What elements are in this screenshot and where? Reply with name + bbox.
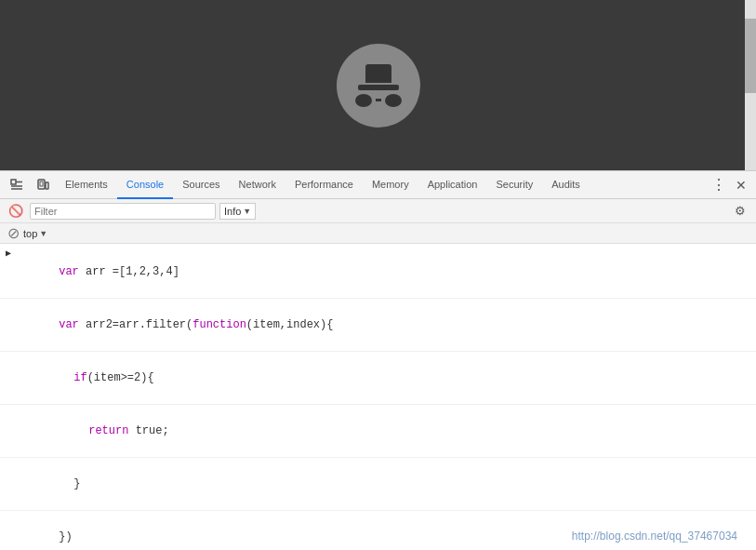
console-level-select[interactable]: Info ▼ (219, 203, 256, 220)
hat-top (365, 64, 391, 83)
console-context-bar: ⊘ top ▼ (0, 223, 756, 244)
console-output: var arr =[1,2,3,4] var arr2=arr.filter(f… (0, 244, 756, 550)
devtools-panel: Elements Console Sources Network Perform… (0, 170, 756, 550)
no-entry-icon: ⊘ (7, 224, 20, 242)
glass-lens-left (355, 94, 372, 107)
devtools-toolbar: Elements Console Sources Network Perform… (0, 171, 756, 199)
svg-rect-0 (11, 180, 16, 184)
devtools-close-button[interactable]: ✕ (730, 172, 752, 198)
tab-security[interactable]: Security (486, 171, 542, 199)
console-filter-input[interactable] (30, 203, 216, 220)
scrollbar[interactable] (745, 0, 756, 170)
incognito-icon (337, 44, 420, 127)
console-input-code-line3: if(item>=2){ (0, 352, 756, 405)
level-dropdown-arrow: ▼ (243, 207, 251, 216)
console-clear-button[interactable]: 🚫 (6, 201, 26, 221)
console-input-code-line2: var arr2=arr.filter(function(item,index)… (0, 299, 756, 352)
inspect-button[interactable] (4, 172, 30, 198)
devtools-more-button[interactable]: ⋮ (708, 172, 730, 198)
context-selector[interactable]: top ▼ (23, 228, 47, 239)
tab-elements[interactable]: Elements (56, 171, 117, 199)
console-settings-button[interactable]: ⚙ (730, 201, 750, 221)
svg-rect-6 (46, 182, 48, 189)
console-toolbar: 🚫 Info ▼ ⚙ (0, 199, 756, 223)
tab-memory[interactable]: Memory (363, 171, 418, 199)
tab-performance[interactable]: Performance (285, 171, 363, 199)
tab-application[interactable]: Application (418, 171, 487, 199)
incognito-circle (337, 44, 420, 127)
console-input-code-line4: return true; (0, 405, 756, 458)
svg-rect-5 (40, 181, 43, 186)
tab-audits[interactable]: Audits (542, 171, 590, 199)
context-arrow: ▼ (39, 229, 47, 238)
scrollbar-thumb[interactable] (745, 19, 756, 93)
tab-sources[interactable]: Sources (173, 171, 229, 199)
watermark: http://blog.csdn.net/qq_37467034 (572, 530, 737, 543)
glass-lens-right (385, 94, 402, 107)
console-input-code-line5: } (0, 458, 756, 511)
hat-brim (358, 85, 399, 90)
tab-console[interactable]: Console (117, 171, 173, 199)
console-input-code-line1: var arr =[1,2,3,4] (0, 246, 756, 299)
glasses (355, 94, 402, 107)
glass-bridge (376, 99, 381, 101)
tab-network[interactable]: Network (230, 171, 285, 199)
device-mode-button[interactable] (30, 172, 56, 198)
browser-preview (0, 0, 756, 170)
